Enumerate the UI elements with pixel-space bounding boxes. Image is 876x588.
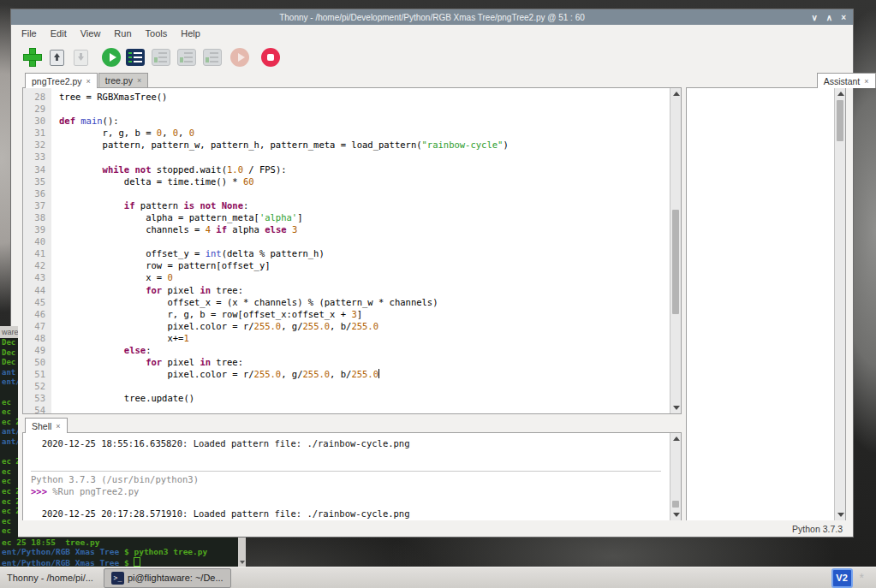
terminal-fragment: ant/ xyxy=(2,427,18,437)
stop-button[interactable] xyxy=(261,48,280,67)
step-over-button[interactable] xyxy=(152,48,170,67)
close-icon[interactable]: × xyxy=(864,77,868,86)
assistant-scrollbar[interactable] xyxy=(834,88,845,520)
terminal-fragment: ec 2 xyxy=(2,487,18,497)
tab-row: pngTree2.py×tree.py× Assistant × xyxy=(25,73,853,87)
scroll-up-icon[interactable] xyxy=(837,92,844,96)
scroll-down-icon[interactable] xyxy=(673,406,680,410)
line-number: 40 xyxy=(23,235,51,247)
code-line: r, g, b = 0, 0, 0 xyxy=(59,127,670,139)
terminal-fragment: Dec xyxy=(2,358,18,368)
menu-item-tools[interactable]: Tools xyxy=(139,27,175,40)
assistant-panel[interactable] xyxy=(686,87,846,521)
code-token: ] xyxy=(357,309,362,319)
code-line: if pattern is not None: xyxy=(59,199,670,211)
tab-tree-py[interactable]: tree.py× xyxy=(98,73,148,88)
menu-item-view[interactable]: View xyxy=(74,27,108,40)
step-into-button[interactable] xyxy=(177,48,196,67)
terminal-line: ent/Python/RGB Xmas Tree $ python3 tree.… xyxy=(2,547,237,556)
minimize-button[interactable]: ∨ xyxy=(812,13,818,22)
code-token: pattern xyxy=(135,200,184,211)
code-token: 255.0 xyxy=(254,369,282,379)
editor-scrollbar-thumb[interactable] xyxy=(672,210,679,314)
terminal-fragment: ant xyxy=(2,368,18,378)
code-token: 1.0 xyxy=(227,164,243,175)
taskbar: Thonny - /home/pi/... >_ pi@flightaware:… xyxy=(0,567,876,588)
terminal-scrollbar[interactable] xyxy=(238,538,246,567)
terminal-text: ec 2 xyxy=(2,507,18,515)
close-icon[interactable]: × xyxy=(56,422,60,431)
close-button[interactable]: × xyxy=(841,13,846,22)
taskbar-item-thonny[interactable]: Thonny - /home/pi/... xyxy=(0,573,100,583)
scroll-down-icon[interactable] xyxy=(837,513,844,517)
menu-item-edit[interactable]: Edit xyxy=(44,27,74,40)
titlebar[interactable]: Thonny - /home/pi/Development/Python/RGB… xyxy=(11,9,853,25)
terminal-text: Dec xyxy=(2,358,15,366)
code-token: 1 xyxy=(183,333,188,343)
step-out-button[interactable] xyxy=(203,48,222,67)
tab-assistant[interactable]: Assistant × xyxy=(817,73,876,88)
shell-scrollbar[interactable] xyxy=(670,433,681,520)
terminal-fragment: ec 2 xyxy=(2,457,18,467)
terminal-fragment: ec xyxy=(2,398,18,408)
code-token: int xyxy=(206,248,222,258)
code-token: delta = time.time() * xyxy=(59,176,243,187)
menu-item-run[interactable]: Run xyxy=(107,27,138,40)
menu-item-help[interactable]: Help xyxy=(174,27,207,40)
code-token: def xyxy=(59,116,75,126)
scroll-up-icon[interactable] xyxy=(673,437,680,441)
terminal-fragment: Dec xyxy=(2,348,18,359)
scroll-down-icon[interactable] xyxy=(673,513,680,517)
code-line: while not stopped.wait(1.0 / FPS): xyxy=(59,163,670,175)
new-file-button[interactable] xyxy=(23,48,42,67)
menu-item-file[interactable]: File xyxy=(15,27,44,40)
code-line xyxy=(59,404,670,413)
code-token: 255.0 xyxy=(254,321,282,331)
terminal-window-edge[interactable]: ware DecDecDecantent/ececec 2ant/ant/ec … xyxy=(0,326,18,538)
open-file-button[interactable] xyxy=(47,48,66,67)
save-file-button[interactable] xyxy=(71,48,90,67)
code-token: 255.0 xyxy=(351,369,378,379)
terminal-text-fragments: DecDecDecantent/ececec 2ant/ant/ec 2ecec… xyxy=(0,338,18,538)
tab-pngTree2-py[interactable]: pngTree2.py× xyxy=(25,73,98,88)
vnc-icon[interactable]: V2 xyxy=(831,568,853,588)
code-token: not xyxy=(200,200,216,211)
close-icon[interactable]: × xyxy=(137,76,141,85)
scroll-up-icon[interactable] xyxy=(673,92,680,96)
code-token: 255.0 xyxy=(302,321,330,331)
assistant-scrollbar-thumb[interactable] xyxy=(837,100,843,141)
code-token: x = xyxy=(59,272,167,282)
code-line: offset_y = int(delta % pattern_h) xyxy=(59,247,670,259)
resume-button[interactable] xyxy=(230,48,249,67)
code-token: , xyxy=(162,128,173,138)
terminal-window-bottom[interactable]: ec 25 18:55 tree.pyent/Python/RGB Xmas T… xyxy=(0,538,246,567)
code-line: def main(): xyxy=(59,115,670,127)
terminal-text: ent/Python/RGB Xmas Tree xyxy=(2,547,124,556)
terminal-icon: >_ xyxy=(111,572,124,585)
taskbar-item-terminal[interactable]: >_ pi@flightaware: ~/De... xyxy=(104,568,231,588)
maximize-button[interactable]: ∧ xyxy=(826,13,832,22)
line-number: 43 xyxy=(23,271,51,283)
code-token: tree.update() xyxy=(59,393,194,403)
code-token: ] xyxy=(297,212,302,223)
run-script-button[interactable] xyxy=(102,48,121,67)
editor-scrollbar[interactable] xyxy=(670,88,681,413)
terminal-text: ec xyxy=(2,477,11,485)
debug-script-button[interactable] xyxy=(126,48,145,67)
terminal-text: $ python3 tree.py xyxy=(124,547,207,556)
code-token: (): xyxy=(103,116,119,126)
tab-shell[interactable]: Shell × xyxy=(25,418,68,433)
code-line: alpha = pattern_meta['alpha'] xyxy=(59,211,670,223)
terminal-text: ec xyxy=(2,398,11,407)
code-line: pattern, pattern_w, pattern_h, pattern_m… xyxy=(59,139,670,151)
code-editor[interactable]: 2829303132333435363738394041424344454647… xyxy=(22,87,682,414)
line-number: 52 xyxy=(23,380,51,392)
shell-scrollbar-thumb[interactable] xyxy=(672,501,679,508)
code-line: channels = 4 if alpha else 3 xyxy=(59,223,670,235)
shell-line: 2020-12-25 20:17:28.571910: Loaded patte… xyxy=(31,508,670,520)
line-number: 36 xyxy=(23,187,51,199)
text-caret xyxy=(378,369,379,378)
shell-panel[interactable]: 2020-12-25 18:55:16.635820: Loaded patte… xyxy=(22,432,682,521)
terminal-fragment: ec xyxy=(2,526,18,537)
close-icon[interactable]: × xyxy=(86,77,91,86)
